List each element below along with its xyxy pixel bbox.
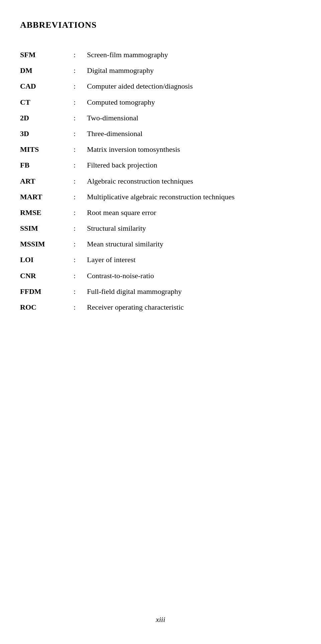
abbreviation-term: SSIM <box>20 220 74 236</box>
table-row: ROC:Receiver operating characteristic <box>20 299 301 315</box>
abbreviation-colon: : <box>74 94 87 110</box>
abbreviation-term: MITS <box>20 141 74 157</box>
abbreviation-colon: : <box>74 63 87 78</box>
abbreviation-term: CAD <box>20 78 74 94</box>
abbreviation-definition: Mean structural similarity <box>87 236 301 252</box>
abbreviation-colon: : <box>74 126 87 141</box>
abbreviation-colon: : <box>74 141 87 157</box>
abbreviation-colon: : <box>74 157 87 173</box>
abbreviation-colon: : <box>74 220 87 236</box>
abbreviation-definition: Digital mammography <box>87 63 301 78</box>
abbreviation-definition: Layer of interest <box>87 252 301 267</box>
abbreviation-definition: Contrast-to-noise-ratio <box>87 268 301 284</box>
abbreviation-definition: Two-dimensional <box>87 110 301 126</box>
table-row: DM:Digital mammography <box>20 63 301 78</box>
abbreviation-colon: : <box>74 110 87 126</box>
table-row: CNR:Contrast-to-noise-ratio <box>20 268 301 284</box>
abbreviations-table: SFM:Screen-film mammographyDM:Digital ma… <box>20 47 301 315</box>
abbreviation-definition: Computer aided detection/diagnosis <box>87 78 301 94</box>
abbreviation-definition: Computed tomography <box>87 94 301 110</box>
table-row: RMSE:Root mean square error <box>20 205 301 220</box>
abbreviation-colon: : <box>74 78 87 94</box>
page-title: ABBREVIATIONS <box>20 20 301 30</box>
abbreviation-colon: : <box>74 189 87 205</box>
abbreviation-term: LOI <box>20 252 74 267</box>
table-row: CT:Computed tomography <box>20 94 301 110</box>
abbreviation-definition: Structural similarity <box>87 220 301 236</box>
abbreviation-term: 3D <box>20 126 74 141</box>
abbreviation-colon: : <box>74 205 87 220</box>
table-row: FFDM:Full-field digital mammography <box>20 284 301 299</box>
abbreviation-term: DM <box>20 63 74 78</box>
table-row: MITS:Matrix inversion tomosynthesis <box>20 141 301 157</box>
abbreviation-definition: Matrix inversion tomosynthesis <box>87 141 301 157</box>
abbreviation-colon: : <box>74 47 87 63</box>
abbreviation-definition: Root mean square error <box>87 205 301 220</box>
table-row: MSSIM:Mean structural similarity <box>20 236 301 252</box>
table-row: SSIM:Structural similarity <box>20 220 301 236</box>
abbreviation-term: ROC <box>20 299 74 315</box>
abbreviation-definition: Filtered back projection <box>87 157 301 173</box>
table-row: ART:Algebraic reconstruction techniques <box>20 173 301 189</box>
abbreviation-term: MSSIM <box>20 236 74 252</box>
page-number: xiii <box>156 615 165 624</box>
table-row: 3D:Three-dimensional <box>20 126 301 141</box>
abbreviation-definition: Screen-film mammography <box>87 47 301 63</box>
abbreviation-term: RMSE <box>20 205 74 220</box>
table-row: FB:Filtered back projection <box>20 157 301 173</box>
table-row: LOI:Layer of interest <box>20 252 301 267</box>
abbreviation-term: FFDM <box>20 284 74 299</box>
table-row: MART:Multiplicative algebraic reconstruc… <box>20 189 301 205</box>
abbreviation-colon: : <box>74 173 87 189</box>
abbreviation-term: SFM <box>20 47 74 63</box>
abbreviation-definition: Algebraic reconstruction techniques <box>87 173 301 189</box>
abbreviation-definition: Three-dimensional <box>87 126 301 141</box>
abbreviation-term: FB <box>20 157 74 173</box>
table-row: SFM:Screen-film mammography <box>20 47 301 63</box>
abbreviation-term: CNR <box>20 268 74 284</box>
table-row: 2D:Two-dimensional <box>20 110 301 126</box>
abbreviation-colon: : <box>74 252 87 267</box>
abbreviation-colon: : <box>74 284 87 299</box>
abbreviation-colon: : <box>74 268 87 284</box>
abbreviation-term: ART <box>20 173 74 189</box>
abbreviation-definition: Receiver operating characteristic <box>87 299 301 315</box>
abbreviation-colon: : <box>74 299 87 315</box>
abbreviation-definition: Multiplicative algebraic reconstruction … <box>87 189 301 205</box>
abbreviation-definition: Full-field digital mammography <box>87 284 301 299</box>
abbreviation-term: 2D <box>20 110 74 126</box>
abbreviation-term: MART <box>20 189 74 205</box>
table-row: CAD:Computer aided detection/diagnosis <box>20 78 301 94</box>
abbreviation-colon: : <box>74 236 87 252</box>
abbreviation-term: CT <box>20 94 74 110</box>
